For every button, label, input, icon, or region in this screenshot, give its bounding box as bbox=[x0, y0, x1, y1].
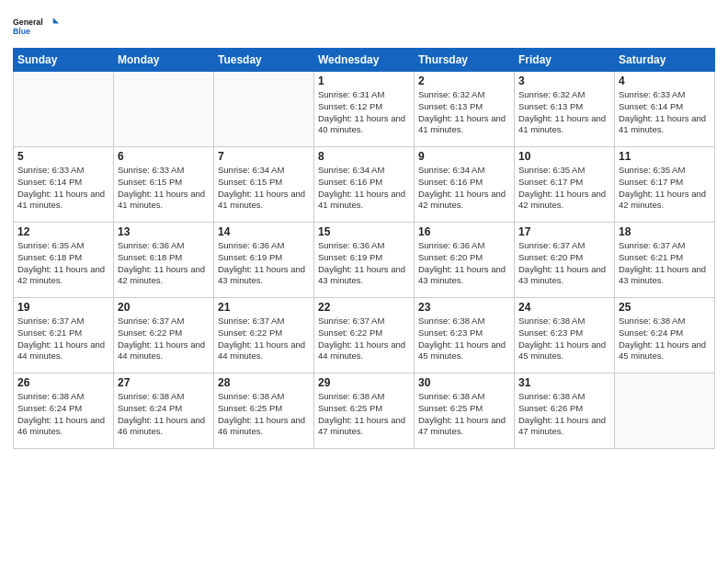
calendar-week-row: 1Sunrise: 6:31 AMSunset: 6:12 PMDaylight… bbox=[14, 72, 715, 147]
calendar-day-cell: 26Sunrise: 6:38 AMSunset: 6:24 PMDayligh… bbox=[14, 373, 114, 449]
day-info: Sunrise: 6:36 AMSunset: 6:20 PMDaylight:… bbox=[418, 240, 510, 287]
calendar-day-cell: 4Sunrise: 6:33 AMSunset: 6:14 PMDaylight… bbox=[615, 72, 715, 147]
day-number: 9 bbox=[418, 150, 510, 163]
calendar-day-cell: 19Sunrise: 6:37 AMSunset: 6:21 PMDayligh… bbox=[14, 298, 114, 373]
svg-text:Blue: Blue bbox=[13, 27, 30, 36]
page: General Blue SundayMondayTuesdayWednesda… bbox=[0, 0, 728, 563]
day-number: 2 bbox=[418, 75, 510, 87]
day-info: Sunrise: 6:37 AMSunset: 6:22 PMDaylight:… bbox=[318, 316, 410, 362]
day-info: Sunrise: 6:32 AMSunset: 6:13 PMDaylight:… bbox=[518, 89, 610, 136]
calendar-day-header: Sunday bbox=[14, 49, 114, 72]
day-info: Sunrise: 6:37 AMSunset: 6:22 PMDaylight:… bbox=[118, 316, 210, 362]
calendar-day-cell: 12Sunrise: 6:35 AMSunset: 6:18 PMDayligh… bbox=[14, 223, 114, 298]
day-number: 16 bbox=[418, 225, 510, 238]
day-info: Sunrise: 6:35 AMSunset: 6:17 PMDaylight:… bbox=[619, 165, 711, 212]
day-number: 13 bbox=[118, 225, 210, 238]
day-number: 7 bbox=[218, 150, 310, 163]
calendar-day-cell: 25Sunrise: 6:38 AMSunset: 6:24 PMDayligh… bbox=[615, 298, 715, 373]
day-number: 12 bbox=[17, 225, 109, 238]
day-number: 11 bbox=[619, 150, 711, 163]
calendar-day-cell: 15Sunrise: 6:36 AMSunset: 6:19 PMDayligh… bbox=[314, 223, 415, 298]
calendar-day-cell: 14Sunrise: 6:36 AMSunset: 6:19 PMDayligh… bbox=[214, 223, 314, 298]
calendar-day-cell bbox=[114, 72, 214, 147]
calendar-day-cell: 23Sunrise: 6:38 AMSunset: 6:23 PMDayligh… bbox=[415, 298, 515, 373]
calendar-day-cell bbox=[615, 373, 715, 449]
day-number: 4 bbox=[619, 75, 711, 87]
day-number: 20 bbox=[118, 301, 210, 314]
day-number: 3 bbox=[518, 75, 610, 87]
day-number: 23 bbox=[418, 301, 510, 314]
calendar-day-cell: 8Sunrise: 6:34 AMSunset: 6:16 PMDaylight… bbox=[314, 147, 415, 223]
day-info: Sunrise: 6:36 AMSunset: 6:19 PMDaylight:… bbox=[318, 240, 410, 287]
calendar-week-row: 19Sunrise: 6:37 AMSunset: 6:21 PMDayligh… bbox=[14, 298, 715, 373]
day-info: Sunrise: 6:36 AMSunset: 6:18 PMDaylight:… bbox=[118, 240, 210, 287]
day-info: Sunrise: 6:31 AMSunset: 6:12 PMDaylight:… bbox=[318, 89, 410, 136]
calendar-day-cell: 20Sunrise: 6:37 AMSunset: 6:22 PMDayligh… bbox=[114, 298, 214, 373]
calendar-day-cell: 22Sunrise: 6:37 AMSunset: 6:22 PMDayligh… bbox=[314, 298, 415, 373]
calendar-day-cell: 1Sunrise: 6:31 AMSunset: 6:12 PMDaylight… bbox=[314, 72, 415, 147]
day-info: Sunrise: 6:34 AMSunset: 6:16 PMDaylight:… bbox=[318, 165, 410, 212]
day-info: Sunrise: 6:33 AMSunset: 6:14 PMDaylight:… bbox=[17, 165, 109, 212]
day-info: Sunrise: 6:38 AMSunset: 6:25 PMDaylight:… bbox=[318, 391, 410, 438]
calendar-day-cell: 5Sunrise: 6:33 AMSunset: 6:14 PMDaylight… bbox=[14, 147, 114, 223]
day-info: Sunrise: 6:37 AMSunset: 6:21 PMDaylight:… bbox=[17, 316, 109, 362]
day-info: Sunrise: 6:37 AMSunset: 6:22 PMDaylight:… bbox=[218, 316, 310, 362]
logo: General Blue bbox=[13, 9, 59, 42]
day-info: Sunrise: 6:38 AMSunset: 6:23 PMDaylight:… bbox=[518, 316, 610, 362]
day-info: Sunrise: 6:38 AMSunset: 6:24 PMDaylight:… bbox=[619, 316, 711, 362]
logo-svg: General Blue bbox=[13, 9, 59, 42]
svg-marker-2 bbox=[53, 17, 59, 23]
day-number: 31 bbox=[518, 376, 610, 389]
day-number: 26 bbox=[17, 376, 109, 389]
day-info: Sunrise: 6:37 AMSunset: 6:21 PMDaylight:… bbox=[619, 240, 711, 287]
day-number: 15 bbox=[318, 225, 410, 238]
day-info: Sunrise: 6:34 AMSunset: 6:16 PMDaylight:… bbox=[418, 165, 510, 212]
calendar-day-cell: 9Sunrise: 6:34 AMSunset: 6:16 PMDaylight… bbox=[415, 147, 515, 223]
day-info: Sunrise: 6:33 AMSunset: 6:14 PMDaylight:… bbox=[619, 89, 711, 136]
calendar-day-cell: 30Sunrise: 6:38 AMSunset: 6:25 PMDayligh… bbox=[415, 373, 515, 449]
calendar-day-header: Friday bbox=[515, 49, 615, 72]
day-number: 21 bbox=[218, 301, 310, 314]
calendar-day-cell: 11Sunrise: 6:35 AMSunset: 6:17 PMDayligh… bbox=[615, 147, 715, 223]
calendar-day-cell: 7Sunrise: 6:34 AMSunset: 6:15 PMDaylight… bbox=[214, 147, 314, 223]
day-number: 29 bbox=[318, 376, 410, 389]
day-number: 17 bbox=[518, 225, 610, 238]
calendar-day-header: Saturday bbox=[615, 49, 715, 72]
day-number: 25 bbox=[619, 301, 711, 314]
calendar-day-cell: 2Sunrise: 6:32 AMSunset: 6:13 PMDaylight… bbox=[415, 72, 515, 147]
calendar-day-cell: 18Sunrise: 6:37 AMSunset: 6:21 PMDayligh… bbox=[615, 223, 715, 298]
day-info: Sunrise: 6:38 AMSunset: 6:24 PMDaylight:… bbox=[118, 391, 210, 438]
day-info: Sunrise: 6:38 AMSunset: 6:23 PMDaylight:… bbox=[418, 316, 510, 362]
calendar-header-row: SundayMondayTuesdayWednesdayThursdayFrid… bbox=[14, 49, 715, 72]
calendar-day-header: Tuesday bbox=[214, 49, 314, 72]
calendar-day-cell: 10Sunrise: 6:35 AMSunset: 6:17 PMDayligh… bbox=[515, 147, 615, 223]
calendar-week-row: 12Sunrise: 6:35 AMSunset: 6:18 PMDayligh… bbox=[14, 223, 715, 298]
calendar-week-row: 5Sunrise: 6:33 AMSunset: 6:14 PMDaylight… bbox=[14, 147, 715, 223]
calendar-table: SundayMondayTuesdayWednesdayThursdayFrid… bbox=[13, 48, 715, 449]
day-number: 28 bbox=[218, 376, 310, 389]
day-info: Sunrise: 6:38 AMSunset: 6:24 PMDaylight:… bbox=[17, 391, 109, 438]
day-number: 1 bbox=[318, 75, 410, 87]
calendar-day-cell: 28Sunrise: 6:38 AMSunset: 6:25 PMDayligh… bbox=[214, 373, 314, 449]
calendar-week-row: 26Sunrise: 6:38 AMSunset: 6:24 PMDayligh… bbox=[14, 373, 715, 449]
day-number: 22 bbox=[318, 301, 410, 314]
calendar-day-cell: 21Sunrise: 6:37 AMSunset: 6:22 PMDayligh… bbox=[214, 298, 314, 373]
calendar-day-cell: 16Sunrise: 6:36 AMSunset: 6:20 PMDayligh… bbox=[415, 223, 515, 298]
calendar-day-cell: 6Sunrise: 6:33 AMSunset: 6:15 PMDaylight… bbox=[114, 147, 214, 223]
day-number: 8 bbox=[318, 150, 410, 163]
calendar-day-cell: 29Sunrise: 6:38 AMSunset: 6:25 PMDayligh… bbox=[314, 373, 415, 449]
day-info: Sunrise: 6:33 AMSunset: 6:15 PMDaylight:… bbox=[118, 165, 210, 212]
calendar-day-header: Thursday bbox=[415, 49, 515, 72]
day-info: Sunrise: 6:35 AMSunset: 6:18 PMDaylight:… bbox=[17, 240, 109, 287]
calendar-day-cell: 27Sunrise: 6:38 AMSunset: 6:24 PMDayligh… bbox=[114, 373, 214, 449]
day-info: Sunrise: 6:32 AMSunset: 6:13 PMDaylight:… bbox=[418, 89, 510, 136]
day-number: 30 bbox=[418, 376, 510, 389]
day-info: Sunrise: 6:35 AMSunset: 6:17 PMDaylight:… bbox=[518, 165, 610, 212]
day-number: 27 bbox=[118, 376, 210, 389]
calendar-day-cell bbox=[14, 72, 114, 147]
day-info: Sunrise: 6:37 AMSunset: 6:20 PMDaylight:… bbox=[518, 240, 610, 287]
day-number: 18 bbox=[619, 225, 711, 238]
day-info: Sunrise: 6:38 AMSunset: 6:26 PMDaylight:… bbox=[518, 391, 610, 438]
day-number: 14 bbox=[218, 225, 310, 238]
header: General Blue bbox=[13, 9, 715, 42]
